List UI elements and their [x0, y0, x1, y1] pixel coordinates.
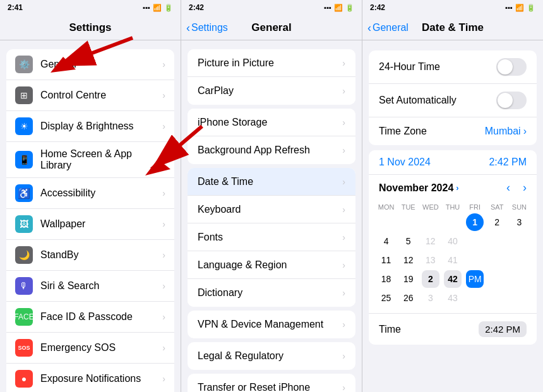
mid-signal-icon: ▪▪▪	[324, 4, 331, 11]
settings-row-siri[interactable]: 🎙 Siri & Search ›	[6, 271, 174, 302]
left-scroll[interactable]: ⚙️ General › ⊞ Control Centre › ☀ Displa…	[0, 40, 181, 392]
mid-row-transfer[interactable]: Transfer or Reset iPhone ›	[188, 374, 355, 392]
settings-row-display[interactable]: ☀ Display & Brightness ›	[6, 111, 174, 142]
time-display: 2:42 PM	[489, 157, 527, 168]
settings-row-exposure[interactable]: ● Exposure Notifications ›	[6, 364, 174, 392]
cal-cell-4[interactable]: 4	[378, 232, 395, 250]
right-panel: 2:42 ▪▪▪ 📶 🔋 ‹ General Date & Time 24-Ho…	[362, 0, 543, 392]
cal-cell-12[interactable]: 12	[400, 251, 417, 269]
dt-row-timezone[interactable]: Time Zone Mumbai ›	[369, 117, 537, 145]
right-signal-icon: ▪▪▪	[505, 4, 513, 11]
display-label: Display & Brightness	[40, 121, 160, 132]
toggle-set-auto[interactable]	[496, 92, 527, 109]
mid-back-button[interactable]: ‹ Settings	[186, 22, 228, 33]
general-chevron: ›	[162, 59, 165, 69]
mid-row-keyboard[interactable]: Keyboard ›	[188, 196, 355, 223]
date-time-display-row: 1 Nov 2024 2:42 PM	[369, 150, 537, 175]
cal-row-4: 18 19 2 42 PM	[375, 270, 530, 288]
mid-back-chevron: ‹	[186, 22, 190, 33]
settings-row-face-id[interactable]: FACE Face ID & Passcode ›	[6, 302, 174, 333]
settings-row-general[interactable]: ⚙️ General ›	[6, 49, 174, 80]
emergency-sos-icon: SOS	[15, 339, 33, 357]
right-back-chevron: ‹	[367, 22, 371, 33]
cal-cell-25[interactable]: 25	[378, 289, 395, 307]
calendar-grid: MON TUE WED THU FRI SAT SUN 1	[369, 201, 537, 314]
cal-cell-5[interactable]: 5	[400, 232, 417, 250]
standby-icon: 🌙	[15, 246, 33, 264]
emergency-sos-label: Emergency SOS	[40, 342, 160, 353]
cal-days-header: MON TUE WED THU FRI SAT SUN	[375, 203, 530, 211]
settings-row-accessibility[interactable]: ♿ Accessibility ›	[6, 178, 174, 209]
mid-group3: Date & Time › Keyboard › Fonts › Languag…	[188, 168, 355, 307]
left-status-bar: 2:41 ▪▪▪ 📶 🔋	[0, 0, 181, 15]
next-month-button[interactable]: ›	[523, 181, 527, 194]
right-back-label: General	[373, 22, 409, 33]
cal-row-3: 11 12 13 41	[375, 251, 530, 269]
settings-row-control-centre[interactable]: ⊞ Control Centre ›	[6, 80, 174, 111]
right-scroll[interactable]: 24-Hour Time Set Automatically Time Zone…	[362, 40, 543, 392]
mid-nav-bar: ‹ Settings General	[181, 15, 362, 40]
prev-month-button[interactable]: ‹	[506, 181, 510, 194]
date-display: 1 Nov 2024	[379, 157, 431, 168]
mid-row-picture[interactable]: Picture in Picture ›	[188, 49, 355, 77]
settings-row-home-screen[interactable]: 📱 Home Screen & App Library ›	[6, 142, 174, 178]
general-icon: ⚙️	[15, 56, 33, 73]
right-wifi-icon: 📶	[515, 4, 524, 12]
signal-icon: ▪▪▪	[143, 4, 150, 11]
month-nav: ‹ ›	[506, 181, 527, 194]
calendar-header: November 2024 › ‹ ›	[369, 175, 537, 201]
cal-cell-11[interactable]: 11	[378, 251, 395, 269]
dt-row-24hr: 24-Hour Time	[369, 50, 537, 84]
timezone-chevron: ›	[523, 126, 527, 137]
right-time: 2:42	[370, 3, 385, 12]
month-title-text: November 2024	[379, 182, 453, 194]
mid-row-bg-refresh[interactable]: Background App Refresh ›	[188, 136, 355, 164]
settings-row-standby[interactable]: 🌙 StandBy ›	[6, 240, 174, 271]
right-back-button[interactable]: ‹ General	[367, 22, 409, 33]
mid-row-vpn[interactable]: VPN & Device Management ›	[188, 311, 355, 338]
mid-row-date-time[interactable]: Date & Time ›	[188, 168, 355, 196]
time-row-label: Time	[379, 324, 401, 335]
cal-cell-3[interactable]: 3	[510, 213, 528, 231]
mid-row-language[interactable]: Language & Region ›	[188, 251, 355, 279]
cal-cell-19[interactable]: 19	[400, 270, 417, 288]
toggle-24hr[interactable]	[496, 58, 527, 76]
cal-row-1: 1 2 3	[375, 213, 530, 231]
mid-group4: VPN & Device Management ›	[188, 311, 355, 338]
mid-row-dictionary[interactable]: Dictionary ›	[188, 279, 355, 307]
control-centre-label: Control Centre	[40, 90, 160, 101]
mid-row-carplay[interactable]: CarPlay ›	[188, 77, 355, 105]
mid-group6: Transfer or Reset iPhone ›	[188, 374, 355, 392]
mid-row-legal[interactable]: Legal & Regulatory ›	[188, 342, 355, 370]
cal-cell-2[interactable]: 2	[488, 213, 506, 231]
left-time: 2:41	[8, 3, 23, 12]
mid-group1: Picture in Picture › CarPlay ›	[188, 49, 355, 105]
settings-row-emergency-sos[interactable]: SOS Emergency SOS ›	[6, 333, 174, 364]
mid-row-fonts[interactable]: Fonts ›	[188, 223, 355, 251]
exposure-icon: ●	[15, 370, 33, 388]
mid-time: 2:42	[189, 3, 204, 12]
mid-row-iphone-storage[interactable]: iPhone Storage ›	[188, 109, 355, 136]
cal-cell-18[interactable]: 18	[378, 270, 395, 288]
time-badge: 2:42 PM	[479, 321, 527, 337]
standby-label: StandBy	[40, 249, 160, 261]
right-status-icons: ▪▪▪ 📶 🔋	[505, 4, 535, 12]
cal-cell-26[interactable]: 26	[400, 289, 417, 307]
cal-cell-1[interactable]: 1	[466, 213, 484, 231]
wifi-icon: 📶	[153, 4, 162, 12]
dt-row-set-auto: Set Automatically	[369, 84, 537, 117]
cal-row-2: 4 5 12 40	[375, 232, 530, 250]
left-nav-bar: Settings	[0, 15, 181, 40]
mid-scroll[interactable]: Picture in Picture › CarPlay › iPhone St…	[181, 40, 362, 392]
general-label: General	[40, 59, 160, 70]
home-screen-label: Home Screen & App Library	[40, 148, 160, 171]
siri-icon: 🎙	[15, 277, 33, 295]
settings-row-wallpaper[interactable]: 🖼 Wallpaper ›	[6, 209, 174, 240]
face-id-label: Face ID & Passcode	[40, 311, 160, 323]
cal-row-5: 25 26 3 43	[375, 289, 530, 307]
right-nav-bar: ‹ General Date & Time	[362, 15, 543, 40]
month-title-chevron: ›	[456, 183, 458, 193]
home-screen-icon: 📱	[15, 151, 33, 169]
left-title: Settings	[69, 21, 111, 34]
left-settings-group: ⚙️ General › ⊞ Control Centre › ☀ Displa…	[6, 49, 174, 392]
